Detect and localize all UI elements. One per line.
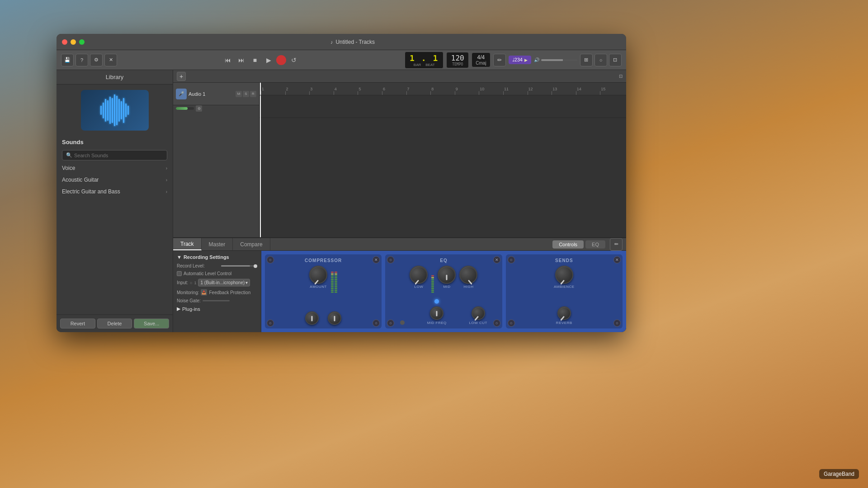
pencil-tool-button[interactable]: ✏	[493, 54, 506, 66]
tab-master[interactable]: Master	[202, 238, 233, 250]
noise-gate-slider[interactable]	[203, 300, 230, 301]
tracks-icon: ⊡	[619, 74, 623, 79]
rewind-button[interactable]: ⏮	[222, 54, 234, 66]
reverb-knob[interactable]	[557, 306, 571, 320]
monitoring-button[interactable]: 📥	[201, 289, 207, 296]
mute-button[interactable]: M	[236, 91, 242, 97]
save-button[interactable]: Save...	[134, 319, 169, 328]
sends-bottom-right[interactable]: ○	[613, 319, 621, 327]
section-tab-eq[interactable]: EQ	[585, 240, 605, 249]
low-cut-knob[interactable]	[472, 306, 485, 320]
eq-close-button[interactable]: ✕	[493, 256, 500, 263]
revert-button[interactable]: Revert	[60, 319, 95, 328]
compressor-title: COMPRESSOR	[269, 258, 378, 263]
tracks-content	[259, 95, 626, 237]
close-button[interactable]	[62, 39, 67, 45]
sends-bypass-button[interactable]: ○	[508, 256, 515, 263]
fast-forward-button[interactable]: ⏭	[236, 54, 247, 66]
help-tool-button[interactable]: ?	[75, 54, 88, 66]
sends-close-button[interactable]: ✕	[613, 256, 621, 263]
eq-bottom-right[interactable]: ○	[493, 319, 500, 327]
time-signature-button[interactable]: 4/4 Cmaj	[472, 52, 490, 67]
compressor-bottom-right[interactable]: ○	[373, 319, 380, 327]
ruler-mark: 2	[285, 87, 310, 95]
timeline-area: 1 2 3 4 5 6 7 8 9 10 11	[259, 83, 626, 237]
compressor-bypass-button[interactable]: ○	[267, 256, 274, 263]
sounds-label: Sounds	[57, 136, 173, 148]
plug-ins-label: Plug-ins	[182, 306, 200, 312]
tracks-ruler-area: 🎤 Audio 1 M S R ⚙	[173, 83, 626, 237]
toolbar-left: 💾 ? ⚙ ✕	[61, 54, 117, 66]
minimize-button[interactable]	[71, 39, 76, 45]
title-bar-center: ♪ Untitled - Tracks	[85, 39, 621, 45]
compressor-knob-2	[305, 311, 319, 325]
record-level-label: Record Level:	[177, 263, 205, 268]
record-level-slider[interactable]	[221, 265, 257, 267]
amount-knob[interactable]	[309, 266, 327, 284]
playhead	[260, 83, 261, 95]
delete-button[interactable]: Delete	[97, 319, 132, 328]
compressor-bottom-left[interactable]: ○	[267, 319, 274, 327]
media-browser-button[interactable]: ⊞	[580, 54, 593, 66]
tab-track[interactable]: Track	[173, 238, 202, 250]
tempo-display[interactable]: 120 TEMPO	[446, 52, 469, 68]
input-select[interactable]: 1 (Built-in...icrophone) ▾	[198, 279, 250, 286]
mid-knob[interactable]	[438, 266, 456, 284]
volume-slider[interactable]	[541, 59, 577, 61]
sound-item-voice[interactable]: Voice ›	[57, 162, 173, 174]
ruler-mark: 7	[406, 87, 431, 95]
eq-bottom-left[interactable]: ○	[387, 319, 394, 327]
auto-level-row: Automatic Level Control	[177, 271, 257, 276]
smart-controls-button[interactable]: ⊡	[609, 54, 622, 66]
track-volume-fill	[176, 107, 188, 110]
sends-bottom-left[interactable]: ○	[508, 319, 515, 327]
compressor-small-knob-1[interactable]	[305, 311, 319, 325]
low-knob[interactable]	[410, 266, 428, 284]
tracks-panel: + ⊡ 🎤 Audio 1 M S R	[173, 70, 626, 237]
mid-freq-knob[interactable]	[430, 306, 443, 320]
sound-item-acoustic[interactable]: Acoustic Guitar ›	[57, 174, 173, 186]
ambience-knob[interactable]	[555, 266, 573, 284]
sends-title: SENDS	[509, 258, 619, 263]
add-track-button[interactable]: +	[177, 72, 186, 81]
compressor-close-button[interactable]: ✕	[373, 256, 380, 263]
low-cut-label: LOW CUT	[469, 321, 487, 325]
ruler-mark: 3	[309, 87, 334, 95]
high-knob[interactable]	[459, 266, 477, 284]
compressor-small-knob-2[interactable]	[328, 311, 341, 325]
compressor-section: ○ ✕ COMPRESSOR AMOUNT	[265, 254, 382, 328]
maximize-button[interactable]	[79, 39, 85, 45]
tracks-header: + ⊡	[173, 70, 626, 83]
save-tool-button[interactable]: 💾	[61, 54, 74, 66]
record-button[interactable]	[276, 55, 286, 65]
close-tool-button[interactable]: ✕	[104, 54, 117, 66]
settings-tool-button[interactable]: ⚙	[90, 54, 103, 66]
plug-ins-section[interactable]: ▶ Plug-ins	[177, 306, 257, 312]
play-button[interactable]: ▶	[263, 54, 274, 66]
pitch-label: ♩234	[512, 57, 523, 63]
record-enable-button[interactable]: R	[250, 91, 256, 97]
auto-level-checkbox[interactable]	[177, 271, 182, 276]
pitch-control[interactable]: ♩234 ▶	[509, 56, 531, 64]
pencil-settings-button[interactable]: ✏	[610, 238, 623, 251]
search-input[interactable]	[74, 153, 163, 158]
sound-item-electric[interactable]: Electric Guitar and Bass ›	[57, 186, 173, 197]
stop-button[interactable]: ■	[249, 54, 261, 66]
time-display[interactable]: 1 . 1 BAR BEAT	[405, 52, 443, 69]
track-lane	[259, 95, 626, 118]
low-label: LOW	[415, 285, 424, 289]
feedback-label: Feedback Protection	[209, 290, 250, 295]
loop-browser-button[interactable]: ○	[594, 54, 607, 66]
toolbar-right: 🔊 ⊞ ○ ⊡	[534, 54, 622, 66]
sound-item-label: Electric Guitar and Bass	[62, 188, 120, 195]
title-bar: ♪ Untitled - Tracks	[57, 34, 626, 50]
garageband-badge: GarageBand	[819, 469, 859, 479]
cycle-button[interactable]: ↺	[288, 54, 300, 66]
tempo-value: 120	[451, 54, 464, 62]
input-row: Input: ○ 1 1 (Built-in...icrophone) ▾	[177, 279, 257, 286]
solo-button[interactable]: S	[243, 91, 249, 97]
track-settings-button[interactable]: ⚙	[196, 105, 202, 112]
tab-compare[interactable]: Compare	[233, 238, 270, 250]
bottom-content: ▼ Recording Settings Record Level:	[173, 251, 626, 332]
section-tab-controls[interactable]: Controls	[552, 240, 584, 249]
